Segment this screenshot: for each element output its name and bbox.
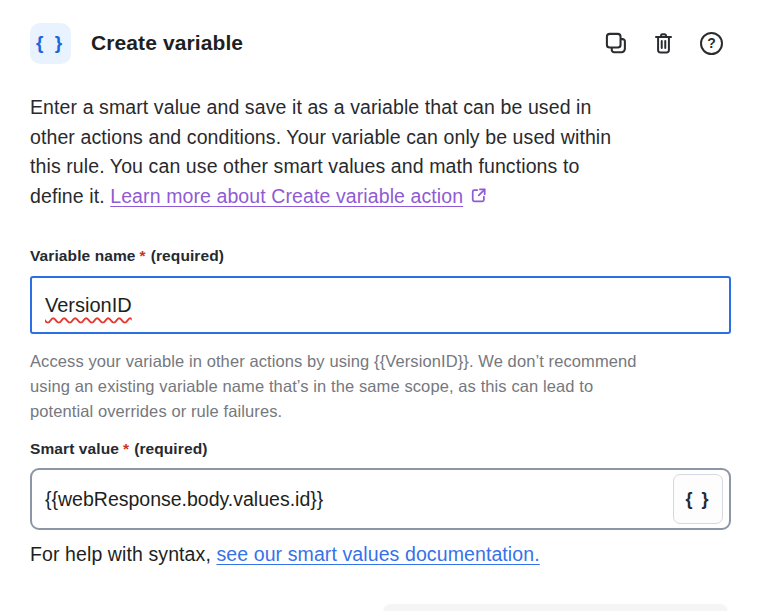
description-line-prefix: define it. [30, 185, 110, 207]
help-glyph: ? [707, 35, 716, 51]
helper-line: potential overrides or rule failures. [30, 399, 730, 424]
panel-header: { } Create variable [30, 22, 725, 64]
variable-name-helper-text: Access your variable in other actions by… [30, 349, 730, 424]
description-line: other actions and conditions. Your varia… [30, 123, 742, 153]
variable-name-input[interactable]: VersionID [30, 276, 731, 334]
description-last-line: define it. Learn more about Create varia… [30, 182, 742, 214]
smart-value-input[interactable]: {{webResponse.body.values.id}} { } [30, 468, 731, 530]
insert-smart-value-button[interactable]: { } [673, 474, 723, 524]
description-text: Enter a smart value and save it as a var… [30, 93, 742, 213]
smart-value-label: Smart value*(required) [30, 440, 207, 458]
helper-line: using an existing variable name that’s i… [30, 374, 730, 399]
syntax-help-prefix: For help with syntax, [30, 543, 216, 565]
helper-line: Access your variable in other actions by… [30, 349, 730, 374]
help-icon: ? [700, 32, 723, 55]
braces-badge-icon: { } [30, 23, 71, 64]
syntax-help-text: For help with syntax, see our smart valu… [30, 543, 540, 566]
trash-icon [651, 31, 676, 56]
description-line: Enter a smart value and save it as a var… [30, 93, 742, 123]
smart-values-docs-link[interactable]: see our smart values documentation. [216, 543, 539, 565]
external-link-icon [469, 184, 488, 214]
smart-value-value: {{webResponse.body.values.id}} [45, 488, 673, 511]
braces-glyph: { } [36, 32, 65, 54]
learn-more-link[interactable]: Learn more about Create variable action [110, 185, 463, 207]
required-asterisk: * [140, 247, 146, 264]
delete-button[interactable] [650, 30, 677, 57]
required-hint: (required) [134, 440, 207, 457]
variable-name-label: Variable name*(required) [30, 247, 224, 265]
braces-icon: { } [685, 489, 710, 510]
description-line: this rule. You can use other smart value… [30, 152, 742, 182]
cropped-bottom-element [383, 604, 728, 611]
duplicate-icon [603, 30, 629, 56]
variable-name-label-text: Variable name [30, 247, 136, 264]
header-actions: ? [602, 30, 725, 57]
variable-name-value: VersionID [45, 294, 132, 317]
duplicate-button[interactable] [602, 30, 629, 57]
page-title: Create variable [91, 31, 243, 55]
required-hint: (required) [151, 247, 224, 264]
smart-value-label-text: Smart value [30, 440, 119, 457]
help-button[interactable]: ? [698, 30, 725, 57]
create-variable-panel: { } Create variable [0, 0, 763, 611]
required-asterisk: * [123, 440, 129, 457]
